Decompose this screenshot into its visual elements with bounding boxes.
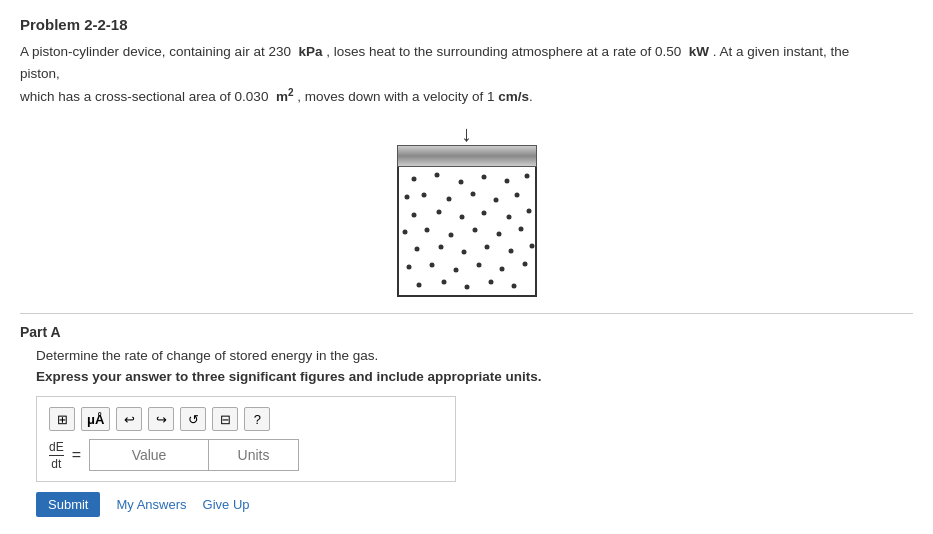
reset-icon: ↺ [188, 412, 199, 427]
svg-point-17 [526, 209, 531, 214]
answer-box: ⊞ μÅ ↩ ↪ ↺ ⊟ ? dE dt = [36, 396, 456, 482]
input-row: dE dt = [49, 439, 443, 471]
problem-description: A piston-cylinder device, containing air… [20, 41, 890, 107]
svg-point-20 [448, 233, 453, 238]
keyboard-icon: ⊟ [220, 412, 231, 427]
svg-point-32 [453, 268, 458, 273]
problem-title: Problem 2-2-18 [20, 16, 913, 33]
svg-point-4 [504, 179, 509, 184]
help-icon: ? [254, 412, 261, 427]
divider [20, 313, 913, 314]
mu-button[interactable]: μÅ [81, 407, 110, 431]
de-dt-fraction: dE dt [49, 440, 64, 471]
svg-point-18 [402, 230, 407, 235]
undo-button[interactable]: ↩ [116, 407, 142, 431]
svg-point-1 [434, 173, 439, 178]
matrix-icon: ⊞ [57, 412, 68, 427]
give-up-button[interactable]: Give Up [203, 497, 250, 512]
svg-point-34 [499, 267, 504, 272]
fraction-numerator: dE [49, 440, 64, 454]
svg-point-26 [461, 250, 466, 255]
equals-sign: = [72, 446, 81, 464]
svg-point-23 [518, 227, 523, 232]
svg-point-21 [472, 228, 477, 233]
svg-point-3 [481, 175, 486, 180]
submit-button[interactable]: Submit [36, 492, 100, 517]
svg-point-35 [522, 262, 527, 267]
svg-point-5 [524, 174, 529, 179]
mu-icon: μÅ [87, 412, 104, 427]
svg-point-25 [438, 245, 443, 250]
svg-point-31 [429, 263, 434, 268]
my-answers-button[interactable]: My Answers [116, 497, 186, 512]
svg-point-0 [411, 177, 416, 182]
piston [397, 145, 537, 167]
bottom-row: Submit My Answers Give Up [36, 492, 913, 517]
value-input[interactable] [89, 439, 209, 471]
dots-pattern [399, 167, 535, 297]
fraction-denominator: dt [51, 457, 61, 471]
part-label: Part A [20, 324, 913, 340]
svg-point-9 [470, 192, 475, 197]
svg-point-12 [411, 213, 416, 218]
svg-point-14 [459, 215, 464, 220]
redo-icon: ↪ [156, 412, 167, 427]
svg-point-10 [493, 198, 498, 203]
svg-point-24 [414, 247, 419, 252]
help-button[interactable]: ? [244, 407, 270, 431]
arrow-down-icon: ↓ [387, 123, 547, 145]
svg-point-2 [458, 180, 463, 185]
svg-point-39 [488, 280, 493, 285]
svg-point-36 [416, 283, 421, 288]
reset-button[interactable]: ↺ [180, 407, 206, 431]
redo-button[interactable]: ↪ [148, 407, 174, 431]
svg-point-16 [506, 215, 511, 220]
svg-point-29 [529, 244, 534, 249]
matrix-button[interactable]: ⊞ [49, 407, 75, 431]
svg-point-8 [446, 197, 451, 202]
svg-point-28 [508, 249, 513, 254]
diagram: ↓ ↺ [20, 123, 913, 297]
svg-point-6 [404, 195, 409, 200]
cylinder-body: ↺ [397, 167, 537, 297]
svg-point-37 [441, 280, 446, 285]
svg-point-40 [511, 284, 516, 289]
svg-point-33 [476, 263, 481, 268]
keyboard-button[interactable]: ⊟ [212, 407, 238, 431]
fraction-line [49, 455, 64, 456]
svg-point-27 [484, 245, 489, 250]
svg-point-13 [436, 210, 441, 215]
svg-point-22 [496, 232, 501, 237]
part-description: Determine the rate of change of stored e… [36, 348, 913, 363]
svg-point-11 [514, 193, 519, 198]
svg-point-15 [481, 211, 486, 216]
svg-point-30 [406, 265, 411, 270]
svg-point-7 [421, 193, 426, 198]
svg-point-19 [424, 228, 429, 233]
units-input[interactable] [209, 439, 299, 471]
undo-icon: ↩ [124, 412, 135, 427]
part-instruction: Express your answer to three significant… [36, 369, 913, 384]
toolbar: ⊞ μÅ ↩ ↪ ↺ ⊟ ? [49, 407, 443, 431]
svg-point-38 [464, 285, 469, 290]
